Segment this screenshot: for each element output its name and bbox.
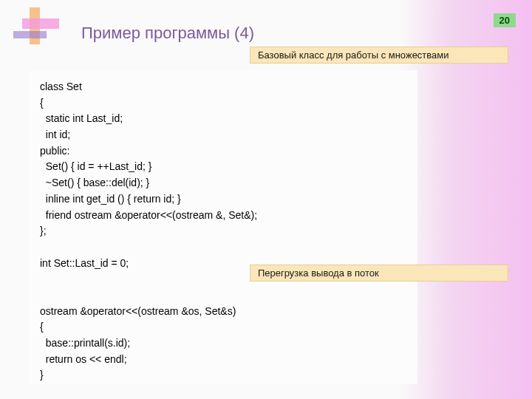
callout-base-class: Базовый класс для работы с множествами <box>250 47 508 64</box>
callout-stream-overload: Перегрузка вывода в поток <box>250 265 508 282</box>
code-listing: class Set { static int Last_id; int id; … <box>40 79 407 383</box>
corner-decoration <box>0 7 74 48</box>
code-block-container: class Set { static int Last_id; int id; … <box>30 70 417 384</box>
page-number-badge: 20 <box>494 13 516 27</box>
slide-title: Пример программы (4) <box>81 24 254 43</box>
